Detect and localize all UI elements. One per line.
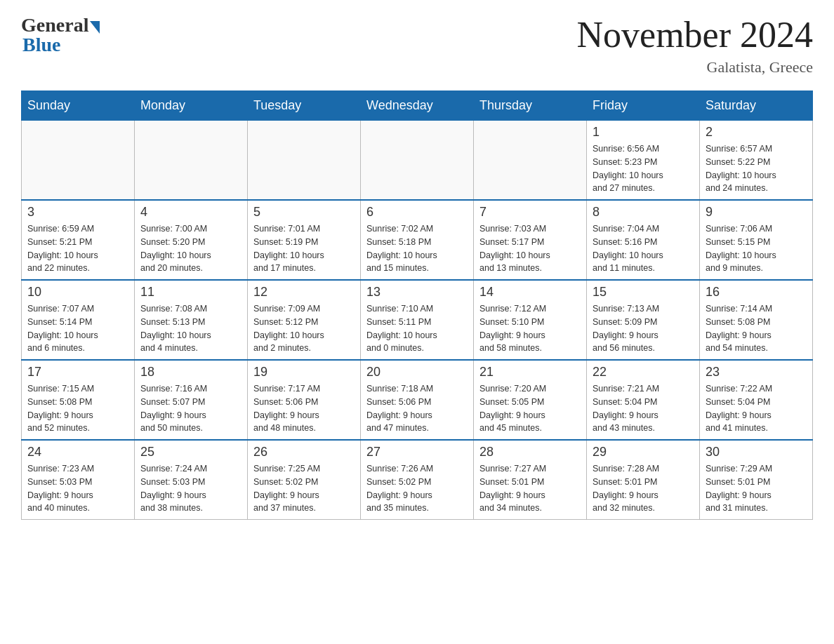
calendar-cell: 3Sunrise: 6:59 AM Sunset: 5:21 PM Daylig…: [22, 200, 135, 280]
title-section: November 2024 Galatista, Greece: [577, 14, 813, 76]
week-row-2: 3Sunrise: 6:59 AM Sunset: 5:21 PM Daylig…: [22, 200, 813, 280]
calendar-cell: 22Sunrise: 7:21 AM Sunset: 5:04 PM Dayli…: [587, 360, 700, 440]
day-number: 25: [140, 445, 241, 459]
calendar-cell: 4Sunrise: 7:00 AM Sunset: 5:20 PM Daylig…: [135, 200, 248, 280]
week-row-4: 17Sunrise: 7:15 AM Sunset: 5:08 PM Dayli…: [22, 360, 813, 440]
day-number: 14: [479, 285, 581, 300]
day-info: Sunrise: 7:12 AM Sunset: 5:10 PM Dayligh…: [479, 302, 581, 355]
column-header-friday: Friday: [587, 91, 700, 121]
calendar-cell: 30Sunrise: 7:29 AM Sunset: 5:01 PM Dayli…: [700, 440, 813, 520]
calendar-cell: 13Sunrise: 7:10 AM Sunset: 5:11 PM Dayli…: [361, 280, 474, 360]
day-info: Sunrise: 7:00 AM Sunset: 5:20 PM Dayligh…: [140, 222, 241, 275]
calendar-cell: 24Sunrise: 7:23 AM Sunset: 5:03 PM Dayli…: [22, 440, 135, 520]
day-number: 7: [479, 205, 581, 220]
calendar-cell: 15Sunrise: 7:13 AM Sunset: 5:09 PM Dayli…: [587, 280, 700, 360]
day-info: Sunrise: 7:14 AM Sunset: 5:08 PM Dayligh…: [706, 302, 807, 355]
calendar-cell: 14Sunrise: 7:12 AM Sunset: 5:10 PM Dayli…: [474, 280, 587, 360]
day-info: Sunrise: 7:01 AM Sunset: 5:19 PM Dayligh…: [253, 222, 355, 275]
column-header-wednesday: Wednesday: [361, 91, 474, 121]
day-number: 3: [27, 205, 128, 220]
calendar-table: SundayMondayTuesdayWednesdayThursdayFrid…: [21, 90, 813, 520]
day-info: Sunrise: 7:20 AM Sunset: 5:05 PM Dayligh…: [479, 382, 581, 435]
calendar-cell: 16Sunrise: 7:14 AM Sunset: 5:08 PM Dayli…: [700, 280, 813, 360]
day-number: 17: [27, 365, 128, 380]
day-number: 1: [593, 125, 694, 140]
day-number: 30: [706, 445, 807, 459]
calendar-cell: 25Sunrise: 7:24 AM Sunset: 5:03 PM Dayli…: [135, 440, 248, 520]
logo-blue-text: Blue: [21, 34, 60, 56]
calendar-cell: [474, 121, 587, 201]
day-number: 26: [253, 445, 355, 459]
day-info: Sunrise: 7:21 AM Sunset: 5:04 PM Dayligh…: [593, 382, 694, 435]
day-info: Sunrise: 6:56 AM Sunset: 5:23 PM Dayligh…: [593, 142, 694, 195]
day-number: 20: [366, 365, 468, 380]
day-number: 28: [479, 445, 581, 459]
calendar-cell: 6Sunrise: 7:02 AM Sunset: 5:18 PM Daylig…: [361, 200, 474, 280]
logo-arrow-icon: [90, 21, 100, 34]
day-number: 12: [253, 285, 355, 300]
header-row: SundayMondayTuesdayWednesdayThursdayFrid…: [22, 91, 813, 121]
column-header-thursday: Thursday: [474, 91, 587, 121]
calendar-cell: 18Sunrise: 7:16 AM Sunset: 5:07 PM Dayli…: [135, 360, 248, 440]
day-info: Sunrise: 7:15 AM Sunset: 5:08 PM Dayligh…: [27, 382, 128, 435]
column-header-sunday: Sunday: [22, 91, 135, 121]
day-info: Sunrise: 7:07 AM Sunset: 5:14 PM Dayligh…: [27, 302, 128, 355]
calendar-cell: 26Sunrise: 7:25 AM Sunset: 5:02 PM Dayli…: [248, 440, 361, 520]
calendar-cell: 17Sunrise: 7:15 AM Sunset: 5:08 PM Dayli…: [22, 360, 135, 440]
day-number: 16: [706, 285, 807, 300]
day-info: Sunrise: 7:13 AM Sunset: 5:09 PM Dayligh…: [593, 302, 694, 355]
day-info: Sunrise: 6:57 AM Sunset: 5:22 PM Dayligh…: [706, 142, 807, 195]
day-info: Sunrise: 7:03 AM Sunset: 5:17 PM Dayligh…: [479, 222, 581, 275]
day-info: Sunrise: 7:02 AM Sunset: 5:18 PM Dayligh…: [366, 222, 468, 275]
day-info: Sunrise: 7:28 AM Sunset: 5:01 PM Dayligh…: [593, 462, 694, 515]
calendar-cell: 19Sunrise: 7:17 AM Sunset: 5:06 PM Dayli…: [248, 360, 361, 440]
calendar-cell: 8Sunrise: 7:04 AM Sunset: 5:16 PM Daylig…: [587, 200, 700, 280]
day-number: 6: [366, 205, 468, 220]
calendar-cell: 28Sunrise: 7:27 AM Sunset: 5:01 PM Dayli…: [474, 440, 587, 520]
day-info: Sunrise: 7:22 AM Sunset: 5:04 PM Dayligh…: [706, 382, 807, 435]
day-number: 2: [706, 125, 807, 140]
calendar-cell: 2Sunrise: 6:57 AM Sunset: 5:22 PM Daylig…: [700, 121, 813, 201]
day-number: 18: [140, 365, 241, 380]
logo: General Blue: [21, 14, 100, 56]
day-info: Sunrise: 7:04 AM Sunset: 5:16 PM Dayligh…: [593, 222, 694, 275]
calendar-cell: 20Sunrise: 7:18 AM Sunset: 5:06 PM Dayli…: [361, 360, 474, 440]
day-number: 15: [593, 285, 694, 300]
location-label: Galatista, Greece: [577, 58, 813, 76]
calendar-cell: [22, 121, 135, 201]
day-info: Sunrise: 7:18 AM Sunset: 5:06 PM Dayligh…: [366, 382, 468, 435]
calendar-cell: 10Sunrise: 7:07 AM Sunset: 5:14 PM Dayli…: [22, 280, 135, 360]
day-number: 5: [253, 205, 355, 220]
calendar-cell: 21Sunrise: 7:20 AM Sunset: 5:05 PM Dayli…: [474, 360, 587, 440]
calendar-cell: 9Sunrise: 7:06 AM Sunset: 5:15 PM Daylig…: [700, 200, 813, 280]
day-info: Sunrise: 7:26 AM Sunset: 5:02 PM Dayligh…: [366, 462, 468, 515]
day-number: 22: [593, 365, 694, 380]
day-info: Sunrise: 7:29 AM Sunset: 5:01 PM Dayligh…: [706, 462, 807, 515]
column-header-saturday: Saturday: [700, 91, 813, 121]
calendar-cell: 27Sunrise: 7:26 AM Sunset: 5:02 PM Dayli…: [361, 440, 474, 520]
day-info: Sunrise: 6:59 AM Sunset: 5:21 PM Dayligh…: [27, 222, 128, 275]
day-info: Sunrise: 7:09 AM Sunset: 5:12 PM Dayligh…: [253, 302, 355, 355]
day-info: Sunrise: 7:16 AM Sunset: 5:07 PM Dayligh…: [140, 382, 241, 435]
day-info: Sunrise: 7:06 AM Sunset: 5:15 PM Dayligh…: [706, 222, 807, 275]
day-info: Sunrise: 7:08 AM Sunset: 5:13 PM Dayligh…: [140, 302, 241, 355]
calendar-cell: [361, 121, 474, 201]
day-number: 4: [140, 205, 241, 220]
calendar-cell: 11Sunrise: 7:08 AM Sunset: 5:13 PM Dayli…: [135, 280, 248, 360]
day-info: Sunrise: 7:10 AM Sunset: 5:11 PM Dayligh…: [366, 302, 468, 355]
day-number: 11: [140, 285, 241, 300]
calendar-cell: [135, 121, 248, 201]
calendar-cell: 5Sunrise: 7:01 AM Sunset: 5:19 PM Daylig…: [248, 200, 361, 280]
day-info: Sunrise: 7:27 AM Sunset: 5:01 PM Dayligh…: [479, 462, 581, 515]
day-number: 27: [366, 445, 468, 459]
day-info: Sunrise: 7:25 AM Sunset: 5:02 PM Dayligh…: [253, 462, 355, 515]
day-info: Sunrise: 7:23 AM Sunset: 5:03 PM Dayligh…: [27, 462, 128, 515]
day-info: Sunrise: 7:17 AM Sunset: 5:06 PM Dayligh…: [253, 382, 355, 435]
column-header-tuesday: Tuesday: [248, 91, 361, 121]
day-info: Sunrise: 7:24 AM Sunset: 5:03 PM Dayligh…: [140, 462, 241, 515]
month-title: November 2024: [577, 14, 813, 55]
week-row-3: 10Sunrise: 7:07 AM Sunset: 5:14 PM Dayli…: [22, 280, 813, 360]
day-number: 9: [706, 205, 807, 220]
day-number: 29: [593, 445, 694, 459]
day-number: 24: [27, 445, 128, 459]
